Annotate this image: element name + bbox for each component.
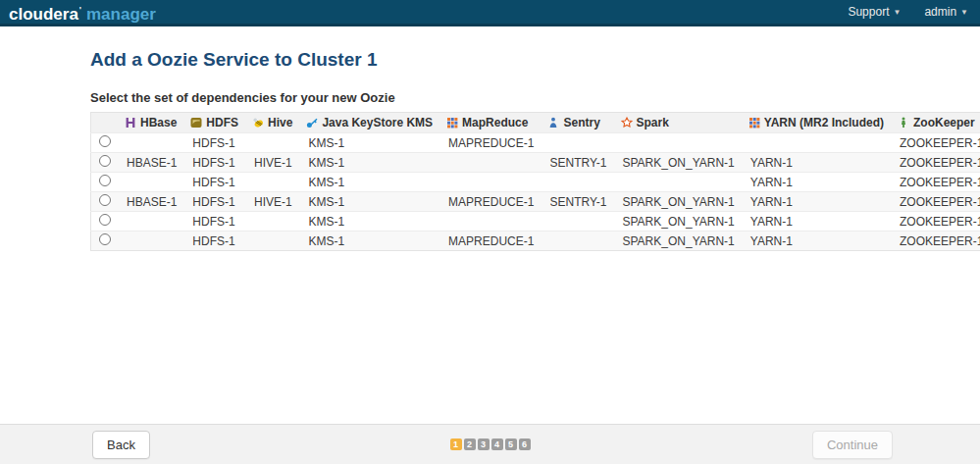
dependency-table: HBase HDFS Hive Java KeyStore KMS MapRed… — [90, 112, 980, 251]
dependency-cell: HDFS-1 — [184, 153, 246, 173]
dependency-cell — [542, 212, 614, 232]
dependency-cell: ZOOKEEPER-1 — [892, 192, 980, 212]
dependency-row-radio[interactable] — [99, 214, 111, 226]
support-menu-label: Support — [848, 5, 889, 19]
dependency-cell: HBASE-1 — [119, 192, 184, 212]
column-header-yarn: YARN (MR2 Included) — [743, 113, 892, 133]
admin-user-menu[interactable]: admin▼ — [924, 5, 968, 19]
support-menu[interactable]: Support▼ — [848, 5, 901, 19]
brand-trademark: ' — [79, 5, 81, 15]
hbase-icon — [125, 116, 136, 129]
table-row: HDFS-1KMS-1YARN-1ZOOKEEPER-1 — [91, 173, 980, 192]
dependency-cell: YARN-1 — [743, 173, 892, 192]
column-label: ZooKeeper — [913, 116, 975, 129]
radio-cell — [91, 192, 120, 212]
table-row: HBASE-1HDFS-1HIVE-1KMS-1MAPREDUCE-1SENTR… — [91, 192, 980, 212]
dependency-cell — [246, 232, 300, 251]
wizard-content: Add a Oozie Service to Cluster 1 Select … — [0, 26, 980, 251]
dependency-cell: KMS-1 — [300, 173, 440, 192]
column-header-hive: Hive — [246, 113, 300, 133]
continue-button[interactable]: Continue — [812, 431, 893, 459]
table-row: HDFS-1KMS-1SPARK_ON_YARN-1YARN-1ZOOKEEPE… — [91, 212, 980, 232]
dependency-cell: HBASE-1 — [119, 153, 184, 173]
dependency-cell: SPARK_ON_YARN-1 — [615, 153, 743, 173]
dependency-row-radio[interactable] — [99, 155, 111, 167]
brand-primary: cloudera — [9, 5, 78, 24]
radio-cell — [91, 173, 120, 192]
dependency-row-radio[interactable] — [99, 175, 111, 186]
wizard-step: 2 — [464, 438, 476, 450]
dependency-cell — [246, 173, 300, 192]
dependency-cell: MAPREDUCE-1 — [440, 133, 542, 153]
dependency-cell — [615, 173, 743, 192]
dependency-cell: YARN-1 — [743, 232, 892, 251]
dependency-cell: ZOOKEEPER-1 — [892, 133, 980, 153]
radio-column-header — [91, 113, 120, 133]
dependency-cell: ZOOKEEPER-1 — [892, 212, 980, 232]
dependency-cell: MAPREDUCE-1 — [440, 192, 542, 212]
admin-menu-label: admin — [924, 5, 956, 19]
yarn-icon — [748, 116, 760, 129]
dependencies-subtitle: Select the set of dependencies for your … — [90, 90, 980, 105]
dependency-cell: SPARK_ON_YARN-1 — [615, 192, 743, 212]
brand-secondary: manager — [86, 5, 156, 24]
hive-icon — [252, 116, 264, 129]
caret-down-icon: ▼ — [960, 8, 968, 17]
dependency-cell — [246, 133, 300, 153]
column-header-kms: Java KeyStore KMS — [300, 113, 440, 133]
spark-icon — [621, 116, 633, 129]
dependency-cell — [246, 212, 300, 232]
dependency-cell — [119, 212, 184, 232]
dependency-row-radio[interactable] — [99, 194, 111, 206]
zookeeper-icon — [898, 116, 909, 129]
dependency-cell: YARN-1 — [743, 192, 892, 212]
radio-cell — [91, 133, 120, 153]
dependency-cell: ZOOKEEPER-1 — [892, 173, 980, 192]
kms-icon — [306, 116, 318, 129]
page-title: Add a Oozie Service to Cluster 1 — [90, 49, 980, 71]
dependency-cell — [743, 133, 892, 153]
dependency-table-body: HDFS-1KMS-1MAPREDUCE-1ZOOKEEPER-1HBASE-1… — [91, 133, 980, 251]
dependency-cell: HDFS-1 — [184, 212, 246, 232]
column-label: Java KeyStore KMS — [322, 116, 433, 129]
dependency-cell: KMS-1 — [300, 153, 440, 173]
table-header-row: HBase HDFS Hive Java KeyStore KMS MapRed… — [91, 113, 980, 133]
dependency-row-radio[interactable] — [99, 233, 111, 245]
wizard-pagination: 123456 — [450, 438, 531, 450]
dependency-cell: HDFS-1 — [184, 173, 246, 192]
dependency-cell — [119, 133, 184, 153]
dependency-cell: KMS-1 — [300, 212, 440, 232]
wizard-step-current: 1 — [450, 438, 462, 450]
dependency-cell: YARN-1 — [743, 153, 892, 173]
mapreduce-icon — [446, 116, 458, 129]
column-header-hbase: HBase — [119, 113, 184, 133]
dependency-cell — [542, 173, 614, 192]
dependency-cell: SENTRY-1 — [542, 192, 614, 212]
sentry-icon — [547, 116, 559, 129]
dependency-cell: YARN-1 — [743, 212, 892, 232]
cloudera-manager-logo: cloudera'manager — [9, 0, 156, 27]
wizard-step: 4 — [491, 438, 503, 450]
wizard-step: 6 — [519, 438, 531, 450]
dependency-cell: HIVE-1 — [246, 192, 300, 212]
radio-cell — [91, 232, 120, 251]
dependency-row-radio[interactable] — [99, 135, 111, 147]
dependency-cell — [119, 173, 184, 192]
dependency-cell: SPARK_ON_YARN-1 — [615, 232, 743, 251]
dependency-cell: MAPREDUCE-1 — [440, 232, 542, 251]
column-header-spark: Spark — [615, 113, 743, 133]
column-label: Hive — [268, 116, 292, 129]
dependency-cell: KMS-1 — [300, 192, 440, 212]
hdfs-icon — [190, 116, 202, 129]
top-navbar: cloudera'manager Support▼ admin▼ — [0, 0, 980, 26]
dependency-cell: HDFS-1 — [184, 133, 246, 153]
dependency-cell: HIVE-1 — [246, 153, 300, 173]
column-label: HDFS — [206, 116, 238, 129]
column-header-zookeeper: ZooKeeper — [892, 113, 980, 133]
dependency-cell: SENTRY-1 — [542, 153, 614, 173]
dependency-cell: ZOOKEEPER-1 — [892, 153, 980, 173]
table-row: HBASE-1HDFS-1HIVE-1KMS-1SENTRY-1SPARK_ON… — [91, 153, 980, 173]
column-label: YARN (MR2 Included) — [764, 116, 884, 129]
back-button[interactable]: Back — [92, 431, 150, 459]
dependency-cell: HDFS-1 — [184, 192, 246, 212]
